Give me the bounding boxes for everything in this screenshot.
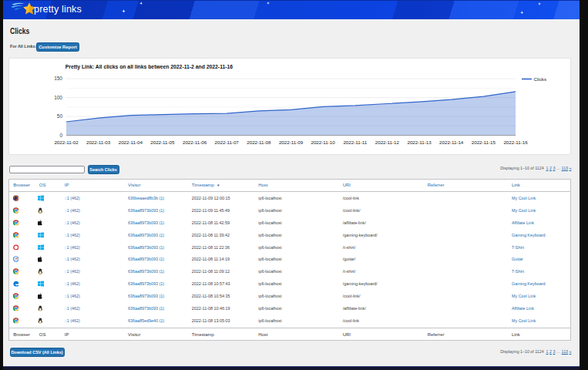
svg-text:Clicks: Clicks [534, 76, 547, 82]
svg-text:2022-11-15: 2022-11-15 [472, 139, 496, 144]
svg-text:2022-11-08: 2022-11-08 [247, 139, 271, 144]
svg-text:2022-11-14: 2022-11-14 [439, 139, 464, 144]
svg-text:2022-11-07: 2022-11-07 [215, 139, 240, 144]
svg-text:2022-11-16: 2022-11-16 [503, 139, 528, 144]
svg-text:2022-11-09: 2022-11-09 [279, 139, 304, 144]
svg-text:150: 150 [54, 76, 62, 81]
svg-text:0: 0 [59, 132, 62, 137]
svg-text:2022-11-11: 2022-11-11 [343, 139, 367, 144]
svg-text:2022-11-05: 2022-11-05 [150, 139, 175, 144]
svg-text:2022-11-10: 2022-11-10 [311, 139, 335, 144]
svg-text:2022-11-13: 2022-11-13 [407, 139, 432, 144]
svg-text:100: 100 [54, 94, 62, 99]
svg-text:2022-11-04: 2022-11-04 [119, 139, 143, 144]
svg-text:50: 50 [57, 113, 63, 119]
svg-text:2022-11-12: 2022-11-12 [375, 139, 400, 144]
svg-text:2022-11-03: 2022-11-03 [86, 139, 111, 144]
svg-text:2022-11-06: 2022-11-06 [183, 139, 207, 144]
svg-text:Pretty Link: All clicks on all: Pretty Link: All clicks on all links bet… [66, 63, 234, 69]
svg-text:2022-11-02: 2022-11-02 [54, 139, 79, 144]
